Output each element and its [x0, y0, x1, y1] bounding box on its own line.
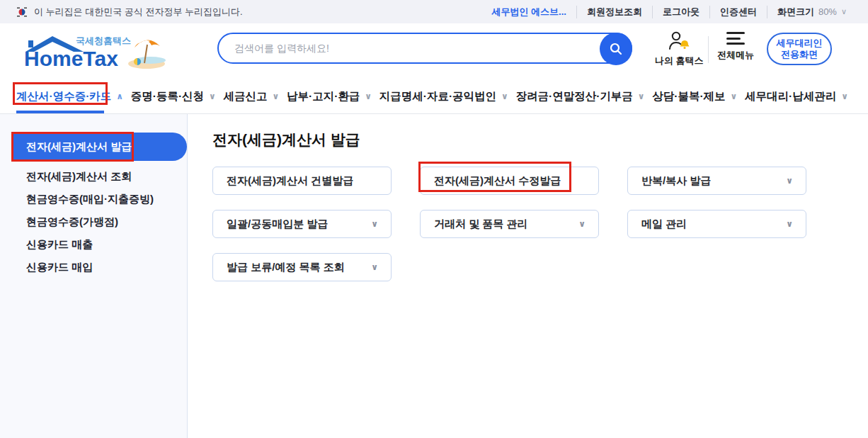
tax-agent-screen-button[interactable]: 세무대리인 전용화면 — [767, 33, 832, 65]
sidebar-item-credit-card-sales[interactable]: 신용카드 매출 — [0, 233, 187, 256]
nav-item-statements-data[interactable]: 지급명세·자료·공익법인 ∨ — [379, 79, 508, 113]
gov-banner-text: 이 누리집은 대한민국 공식 전자정부 누리집입니다. — [34, 6, 243, 18]
sidebar-item-credit-card-purchase[interactable]: 신용카드 매입 — [0, 256, 187, 279]
sidebar-item-einvoice-inquiry[interactable]: 전자(세금)계산서 조회 — [0, 165, 187, 188]
my-hometax-label: 나의 홈택스 — [655, 55, 704, 67]
chevron-down-icon: ∨ — [209, 92, 216, 101]
search-input[interactable] — [234, 43, 588, 54]
card-bulk-joint-issue[interactable]: 일괄/공동매입분 발급 ∨ — [212, 210, 392, 238]
hometax-logo[interactable]: 국세청홈택스 HomeTax — [16, 32, 168, 72]
chevron-down-icon: ∨ — [273, 92, 280, 101]
card-client-item-mgmt[interactable]: 거래처 및 품목 관리 ∨ — [420, 210, 599, 238]
chevron-down-icon: ∨ — [371, 263, 378, 271]
card-mail-mgmt[interactable]: 메일 관리 ∨ — [627, 210, 806, 238]
header-divider — [708, 36, 709, 63]
menu-card-grid: 전자(세금)계산서 건별발급 전자(세금)계산서 수정발급 반복/복사 발급 ∨… — [212, 167, 868, 281]
chevron-down-icon: ∨ — [841, 8, 847, 16]
chevron-down-icon: ∨ — [786, 220, 793, 228]
nav-item-consultation-report[interactable]: 상담·불복·제보 ∨ — [652, 79, 737, 113]
chevron-down-icon: ∨ — [841, 92, 848, 101]
hamburger-menu-icon — [726, 30, 745, 45]
agent-button-line2: 전용화면 — [781, 49, 818, 60]
svg-text:HomeTax: HomeTax — [24, 47, 118, 70]
card-revised-issue[interactable]: 전자(세금)계산서 수정발급 — [420, 167, 599, 195]
nav-item-payment-refund[interactable]: 납부·고지·환급 ∨ — [287, 79, 372, 113]
chevron-down-icon: ∨ — [731, 92, 738, 101]
chevron-down-icon: ∨ — [501, 92, 508, 101]
member-info-link[interactable]: 회원정보조회 — [576, 6, 652, 18]
chevron-down-icon: ∨ — [371, 220, 378, 228]
search-bar — [217, 33, 632, 64]
chevron-down-icon: ∨ — [786, 176, 793, 185]
header: 국세청홈택스 HomeTax — [0, 23, 868, 79]
logout-link[interactable]: 로그아웃 — [652, 6, 709, 18]
beach-umbrella-icon — [128, 40, 166, 69]
sidebar-item-einvoice-issue[interactable]: 전자(세금)계산서 발급 — [11, 133, 187, 161]
sidebar: 전자(세금)계산서 발급 전자(세금)계산서 조회 현금영수증(매입·지출증빙)… — [0, 114, 188, 438]
search-icon — [609, 42, 623, 56]
global-nav: 계산서·영수증·카드 ∧ 증명·등록·신청 ∨ 세금신고 ∨ 납부·고지·환급 … — [0, 79, 868, 114]
logo-small-text: 국세청홈택스 — [76, 35, 131, 46]
card-repeat-copy-issue[interactable]: 반복/복사 발급 ∨ — [627, 167, 806, 195]
agent-button-line1: 세무대리인 — [777, 38, 823, 48]
chevron-down-icon: ∨ — [365, 92, 372, 101]
search-button[interactable] — [600, 33, 632, 65]
nav-item-incentives-yearend[interactable]: 장려금·연말정산·기부금 ∨ — [516, 79, 645, 113]
screen-size-value: 80% — [818, 6, 837, 17]
nav-item-certificates[interactable]: 증명·등록·신청 ∨ — [131, 79, 216, 113]
main-content: 전자(세금)계산서 발급 전자(세금)계산서 건별발급 전자(세금)계산서 수정… — [188, 114, 868, 438]
chevron-up-icon: ∧ — [116, 92, 123, 101]
user-company-link[interactable]: 세무법인 에스브... — [481, 6, 576, 18]
chevron-down-icon: ∨ — [638, 92, 645, 101]
screen-size-control[interactable]: 화면크기 80% ∨ — [767, 6, 847, 18]
person-bell-icon — [667, 30, 691, 50]
nav-item-tax-filing[interactable]: 세금신고 ∨ — [224, 79, 280, 113]
my-hometax-button[interactable]: 나의 홈택스 — [655, 30, 704, 67]
card-individual-issue[interactable]: 전자(세금)계산서 건별발급 — [212, 167, 392, 195]
sidebar-item-cash-receipt-merchant[interactable]: 현금영수증(가맹점) — [0, 210, 187, 233]
cert-center-link[interactable]: 인증센터 — [709, 6, 767, 18]
page-title: 전자(세금)계산서 발급 — [212, 130, 868, 150]
card-hold-scheduled-list[interactable]: 발급 보류/예정 목록 조회 ∨ — [212, 253, 392, 281]
all-menu-label: 전체메뉴 — [717, 49, 754, 62]
screen-size-label: 화면크기 — [777, 6, 814, 18]
gov-banner: 이 누리집은 대한민국 공식 전자정부 누리집입니다. 세무법인 에스브... … — [0, 0, 868, 23]
sidebar-item-cash-receipt-purchase[interactable]: 현금영수증(매입·지출증빙) — [0, 188, 187, 210]
chevron-down-icon: ∨ — [578, 220, 586, 228]
korea-flag-icon — [16, 6, 28, 18]
nav-item-tax-agent-mgmt[interactable]: 세무대리·납세관리 ∨ — [745, 79, 848, 113]
all-menu-button[interactable]: 전체메뉴 — [717, 30, 754, 62]
nav-item-invoice-receipt-card[interactable]: 계산서·영수증·카드 ∧ — [16, 79, 123, 113]
